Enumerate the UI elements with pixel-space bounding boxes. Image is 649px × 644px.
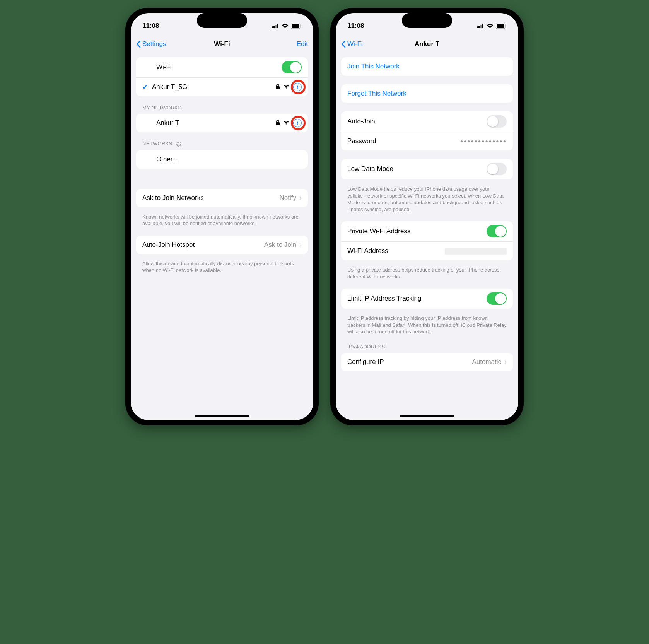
chevron-right-icon: › [504, 358, 507, 366]
limit-ip-row[interactable]: Limit IP Address Tracking [341, 289, 513, 309]
ask-join-row[interactable]: Ask to Join Networks Notify › [136, 189, 308, 207]
svg-rect-1 [273, 26, 275, 28]
low-data-footer: Low Data Mode helps reduce your iPhone d… [341, 183, 513, 213]
ask-join-value: Notify [280, 194, 296, 202]
auto-hotspot-value: Ask to Join [264, 241, 296, 249]
wifi-signal-icon [283, 83, 289, 91]
back-button[interactable]: Wi-Fi [341, 40, 363, 48]
configure-ip-row[interactable]: Configure IP Automatic › [341, 353, 513, 371]
ask-join-footer: Known networks will be joined automatica… [136, 210, 308, 227]
wifi-toggle[interactable] [282, 61, 302, 73]
forget-network-row[interactable]: Forget This Network [341, 84, 513, 103]
back-label: Settings [142, 40, 166, 48]
connected-network-row[interactable]: ✓ Ankur T_5G i [136, 78, 308, 96]
limit-ip-label: Limit IP Address Tracking [347, 295, 487, 302]
network-row[interactable]: Ankur T i [136, 114, 308, 132]
chevron-right-icon: › [299, 194, 302, 202]
low-data-label: Low Data Mode [347, 165, 487, 173]
limit-ip-group: Limit IP Address Tracking [341, 289, 513, 309]
info-button[interactable]: i [293, 83, 302, 91]
svg-rect-6 [301, 25, 301, 27]
auto-join-label: Auto-Join [347, 118, 487, 125]
join-network-row[interactable]: Join This Network [341, 57, 513, 76]
forget-group: Forget This Network [341, 84, 513, 103]
my-networks-group: Ankur T i [136, 114, 308, 132]
low-data-toggle[interactable] [487, 163, 507, 175]
connected-network-label: Ankur T_5G [152, 83, 275, 91]
svg-line-10 [180, 142, 180, 143]
private-addr-row[interactable]: Private Wi-Fi Address [341, 221, 513, 242]
auto-hotspot-row[interactable]: Auto-Join Hotspot Ask to Join › [136, 236, 308, 254]
password-row[interactable]: Password ●●●●●●●●●●●●● [341, 132, 513, 150]
auto-join-row[interactable]: Auto-Join [341, 111, 513, 132]
password-label: Password [347, 137, 460, 145]
other-network-row[interactable]: Other... [136, 150, 308, 169]
screen-left: 11:08 Settings Wi-Fi Edit Wi-Fi [131, 13, 313, 420]
auto-hotspot-group: Auto-Join Hotspot Ask to Join › [136, 236, 308, 254]
svg-rect-17 [477, 26, 478, 28]
private-addr-toggle[interactable] [487, 225, 507, 237]
battery-icon [496, 24, 507, 29]
svg-line-14 [177, 145, 178, 146]
wifi-addr-value-redacted [445, 248, 507, 255]
private-addr-label: Private Wi-Fi Address [347, 227, 487, 235]
ipv4-header: IPV4 ADDRESS [341, 344, 513, 353]
svg-rect-23 [506, 25, 506, 27]
battery-icon [291, 24, 302, 29]
status-icons [477, 24, 507, 29]
password-value: ●●●●●●●●●●●●● [460, 138, 507, 144]
phone-left: 11:08 Settings Wi-Fi Edit Wi-Fi [125, 8, 319, 425]
wifi-signal-icon [283, 119, 289, 127]
checkmark-icon: ✓ [142, 83, 148, 91]
home-indicator[interactable] [400, 415, 454, 417]
status-time: 11:08 [142, 22, 159, 30]
page-title: Ankur T [415, 40, 439, 48]
svg-rect-7 [276, 86, 280, 89]
svg-rect-20 [482, 24, 483, 28]
networks-group: Other... [136, 150, 308, 169]
wifi-status-icon [487, 24, 494, 29]
lock-icon [275, 120, 280, 126]
phone-right: 11:08 Wi-Fi Ankur T Join This Network [330, 8, 524, 425]
back-button[interactable]: Settings [136, 40, 166, 48]
svg-rect-19 [480, 25, 482, 28]
signal-icon [272, 24, 279, 28]
auto-join-toggle[interactable] [487, 115, 507, 128]
notch [402, 13, 452, 28]
content-right: Join This Network Forget This Network Au… [336, 53, 518, 420]
network-label: Ankur T [142, 119, 275, 127]
status-time: 11:08 [347, 22, 364, 30]
wifi-addr-row[interactable]: Wi-Fi Address [341, 242, 513, 260]
ask-join-group: Ask to Join Networks Notify › [136, 189, 308, 207]
forget-label: Forget This Network [347, 90, 507, 97]
signal-icon [477, 24, 484, 28]
chevron-left-icon [136, 40, 141, 48]
networks-header: NETWORKS [136, 141, 308, 150]
page-title: Wi-Fi [214, 40, 230, 48]
info-button[interactable]: i [293, 119, 302, 127]
wifi-status-icon [282, 24, 289, 29]
status-icons [272, 24, 302, 29]
svg-rect-5 [292, 24, 299, 28]
other-label: Other... [142, 155, 302, 163]
svg-rect-3 [277, 24, 278, 28]
ipv4-group: Configure IP Automatic › [341, 353, 513, 371]
wifi-label: Wi-Fi [142, 63, 282, 71]
wifi-toggle-row[interactable]: Wi-Fi [136, 57, 308, 78]
my-networks-header: MY NETWORKS [136, 105, 308, 114]
private-addr-footer: Using a private address helps reduce tra… [341, 263, 513, 280]
join-group: Join This Network [341, 57, 513, 76]
low-data-row[interactable]: Low Data Mode [341, 159, 513, 179]
home-indicator[interactable] [195, 415, 249, 417]
low-data-group: Low Data Mode [341, 159, 513, 179]
nav-bar: Settings Wi-Fi Edit [131, 35, 313, 53]
back-label: Wi-Fi [347, 40, 363, 48]
ask-join-label: Ask to Join Networks [142, 194, 280, 202]
notch [197, 13, 247, 28]
screen-right: 11:08 Wi-Fi Ankur T Join This Network [336, 13, 518, 420]
configure-ip-value: Automatic [472, 358, 501, 366]
svg-line-12 [180, 145, 180, 146]
edit-button[interactable]: Edit [297, 40, 308, 48]
limit-ip-toggle[interactable] [487, 292, 507, 305]
svg-rect-0 [272, 26, 273, 28]
